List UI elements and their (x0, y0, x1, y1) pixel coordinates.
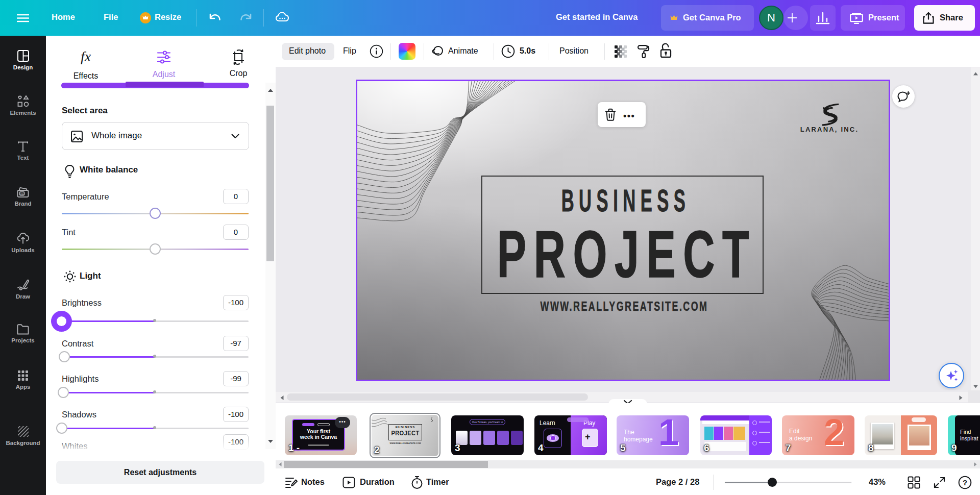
svg-text:co.: co. (20, 193, 24, 195)
svg-text:BUSINESS: BUSINESS (561, 183, 691, 218)
svg-text:PROJECT: PROJECT (497, 217, 756, 291)
svg-text:?: ? (963, 478, 967, 487)
svg-text:WWW.REALLYGREATSITE.COM: WWW.REALLYGREATSITE.COM (541, 299, 708, 314)
